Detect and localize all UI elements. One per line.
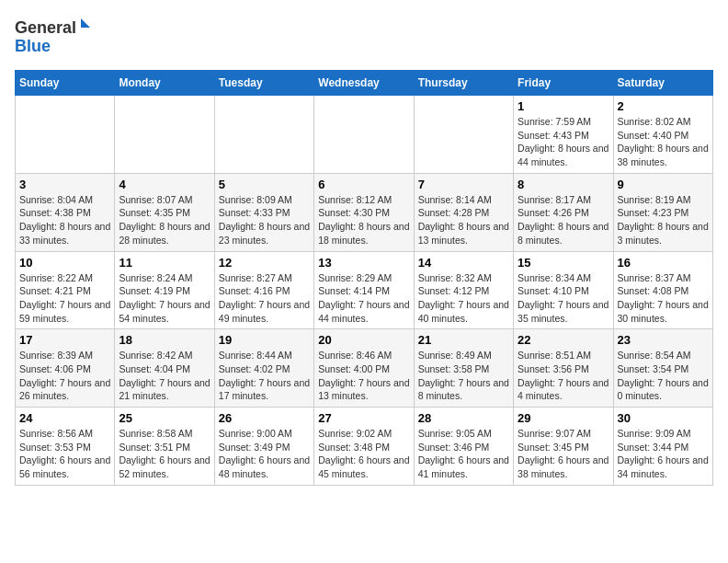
calendar-week-3: 10Sunrise: 8:22 AM Sunset: 4:21 PM Dayli… — [16, 251, 713, 329]
calendar-cell: 11Sunrise: 8:24 AM Sunset: 4:19 PM Dayli… — [115, 251, 214, 329]
day-info: Sunrise: 8:42 AM Sunset: 4:04 PM Dayligh… — [119, 349, 210, 403]
calendar-cell: 6Sunrise: 8:12 AM Sunset: 4:30 PM Daylig… — [314, 173, 414, 251]
calendar-table: SundayMondayTuesdayWednesdayThursdayFrid… — [15, 70, 713, 486]
day-number: 26 — [219, 411, 310, 425]
day-number: 29 — [518, 411, 609, 425]
day-number: 19 — [219, 333, 310, 347]
day-info: Sunrise: 8:12 AM Sunset: 4:30 PM Dayligh… — [318, 193, 409, 247]
day-info: Sunrise: 8:51 AM Sunset: 3:56 PM Dayligh… — [518, 349, 609, 403]
calendar-cell: 28Sunrise: 9:05 AM Sunset: 3:46 PM Dayli… — [414, 408, 513, 486]
calendar-cell: 12Sunrise: 8:27 AM Sunset: 4:16 PM Dayli… — [214, 251, 313, 329]
day-info: Sunrise: 9:07 AM Sunset: 3:45 PM Dayligh… — [518, 427, 609, 481]
calendar-cell: 24Sunrise: 8:56 AM Sunset: 3:53 PM Dayli… — [16, 408, 115, 486]
day-number: 6 — [318, 178, 409, 191]
calendar-cell: 2Sunrise: 8:02 AM Sunset: 4:40 PM Daylig… — [613, 96, 712, 174]
calendar-cell: 23Sunrise: 8:54 AM Sunset: 3:54 PM Dayli… — [613, 329, 712, 408]
calendar-cell: 16Sunrise: 8:37 AM Sunset: 4:08 PM Dayli… — [613, 251, 712, 329]
calendar-week-5: 24Sunrise: 8:56 AM Sunset: 3:53 PM Dayli… — [16, 408, 713, 486]
calendar-cell — [115, 96, 214, 174]
calendar-cell: 17Sunrise: 8:39 AM Sunset: 4:06 PM Dayli… — [16, 329, 115, 408]
day-info: Sunrise: 8:58 AM Sunset: 3:51 PM Dayligh… — [119, 427, 210, 481]
calendar-cell: 8Sunrise: 8:17 AM Sunset: 4:26 PM Daylig… — [514, 173, 613, 251]
calendar-cell: 13Sunrise: 8:29 AM Sunset: 4:14 PM Dayli… — [314, 251, 414, 329]
weekday-header-monday: Monday — [115, 71, 214, 96]
calendar-cell: 19Sunrise: 8:44 AM Sunset: 4:02 PM Dayli… — [214, 329, 313, 408]
day-info: Sunrise: 8:22 AM Sunset: 4:21 PM Dayligh… — [19, 271, 110, 326]
day-info: Sunrise: 8:24 AM Sunset: 4:19 PM Dayligh… — [119, 271, 210, 326]
calendar-cell: 5Sunrise: 8:09 AM Sunset: 4:33 PM Daylig… — [214, 173, 313, 251]
calendar-cell: 21Sunrise: 8:49 AM Sunset: 3:58 PM Dayli… — [414, 329, 513, 408]
calendar-week-1: 1Sunrise: 7:59 AM Sunset: 4:43 PM Daylig… — [16, 96, 713, 174]
day-number: 16 — [618, 256, 709, 270]
day-number: 13 — [318, 256, 409, 270]
weekday-row: SundayMondayTuesdayWednesdayThursdayFrid… — [16, 71, 713, 96]
weekday-header-thursday: Thursday — [414, 71, 513, 96]
day-number: 25 — [119, 411, 210, 425]
calendar-week-2: 3Sunrise: 8:04 AM Sunset: 4:38 PM Daylig… — [16, 173, 713, 251]
svg-text:General: General — [15, 18, 76, 37]
calendar-cell: 20Sunrise: 8:46 AM Sunset: 4:00 PM Dayli… — [314, 329, 414, 408]
svg-text:Blue: Blue — [15, 37, 51, 55]
day-info: Sunrise: 9:00 AM Sunset: 3:49 PM Dayligh… — [219, 427, 310, 481]
day-number: 30 — [618, 411, 709, 425]
weekday-header-sunday: Sunday — [16, 71, 115, 96]
day-info: Sunrise: 8:32 AM Sunset: 4:12 PM Dayligh… — [418, 271, 509, 326]
calendar-cell — [314, 96, 414, 174]
calendar-cell: 15Sunrise: 8:34 AM Sunset: 4:10 PM Dayli… — [514, 251, 613, 329]
calendar-cell: 25Sunrise: 8:58 AM Sunset: 3:51 PM Dayli… — [115, 408, 214, 486]
day-info: Sunrise: 8:37 AM Sunset: 4:08 PM Dayligh… — [618, 271, 709, 326]
day-info: Sunrise: 8:02 AM Sunset: 4:40 PM Dayligh… — [618, 115, 709, 169]
day-number: 1 — [518, 99, 609, 113]
calendar-cell — [16, 96, 115, 174]
day-number: 23 — [618, 333, 709, 347]
day-info: Sunrise: 8:27 AM Sunset: 4:16 PM Dayligh… — [219, 271, 310, 326]
calendar-cell: 10Sunrise: 8:22 AM Sunset: 4:21 PM Dayli… — [16, 251, 115, 329]
calendar-cell: 4Sunrise: 8:07 AM Sunset: 4:35 PM Daylig… — [115, 173, 214, 251]
header: GeneralBlue — [15, 15, 713, 59]
calendar-cell: 18Sunrise: 8:42 AM Sunset: 4:04 PM Dayli… — [115, 329, 214, 408]
day-number: 8 — [518, 178, 609, 191]
calendar-week-4: 17Sunrise: 8:39 AM Sunset: 4:06 PM Dayli… — [16, 329, 713, 408]
day-info: Sunrise: 8:07 AM Sunset: 4:35 PM Dayligh… — [119, 193, 210, 247]
day-info: Sunrise: 8:46 AM Sunset: 4:00 PM Dayligh… — [318, 349, 409, 403]
logo: GeneralBlue — [15, 15, 97, 59]
calendar-cell — [414, 96, 513, 174]
day-number: 22 — [518, 333, 609, 347]
logo-svg: GeneralBlue — [15, 15, 97, 59]
calendar-cell: 22Sunrise: 8:51 AM Sunset: 3:56 PM Dayli… — [514, 329, 613, 408]
calendar-header: SundayMondayTuesdayWednesdayThursdayFrid… — [16, 71, 713, 96]
day-number: 7 — [418, 178, 509, 191]
weekday-header-wednesday: Wednesday — [314, 71, 414, 96]
calendar-cell — [214, 96, 313, 174]
day-info: Sunrise: 8:34 AM Sunset: 4:10 PM Dayligh… — [518, 271, 609, 326]
day-number: 10 — [19, 256, 110, 270]
calendar-body: 1Sunrise: 7:59 AM Sunset: 4:43 PM Daylig… — [16, 96, 713, 486]
day-info: Sunrise: 8:19 AM Sunset: 4:23 PM Dayligh… — [618, 193, 709, 247]
calendar-cell: 30Sunrise: 9:09 AM Sunset: 3:44 PM Dayli… — [613, 408, 712, 486]
day-number: 2 — [618, 99, 709, 113]
calendar-cell: 29Sunrise: 9:07 AM Sunset: 3:45 PM Dayli… — [514, 408, 613, 486]
day-number: 14 — [418, 256, 509, 270]
day-number: 21 — [418, 333, 509, 347]
day-number: 27 — [318, 411, 409, 425]
day-number: 20 — [318, 333, 409, 347]
day-number: 17 — [19, 333, 110, 347]
day-number: 12 — [219, 256, 310, 270]
weekday-header-saturday: Saturday — [613, 71, 712, 96]
day-info: Sunrise: 9:05 AM Sunset: 3:46 PM Dayligh… — [418, 427, 509, 481]
day-info: Sunrise: 9:09 AM Sunset: 3:44 PM Dayligh… — [618, 427, 709, 481]
day-number: 15 — [518, 256, 609, 270]
day-info: Sunrise: 8:44 AM Sunset: 4:02 PM Dayligh… — [219, 349, 310, 403]
day-number: 5 — [219, 178, 310, 191]
day-info: Sunrise: 8:54 AM Sunset: 3:54 PM Dayligh… — [618, 349, 709, 403]
day-number: 24 — [19, 411, 110, 425]
calendar-cell: 3Sunrise: 8:04 AM Sunset: 4:38 PM Daylig… — [16, 173, 115, 251]
calendar-cell: 1Sunrise: 7:59 AM Sunset: 4:43 PM Daylig… — [514, 96, 613, 174]
weekday-header-tuesday: Tuesday — [214, 71, 313, 96]
day-info: Sunrise: 8:14 AM Sunset: 4:28 PM Dayligh… — [418, 193, 509, 247]
day-number: 4 — [119, 178, 210, 191]
day-info: Sunrise: 8:17 AM Sunset: 4:26 PM Dayligh… — [518, 193, 609, 247]
day-info: Sunrise: 8:09 AM Sunset: 4:33 PM Dayligh… — [219, 193, 310, 247]
day-info: Sunrise: 8:49 AM Sunset: 3:58 PM Dayligh… — [418, 349, 509, 403]
day-number: 18 — [119, 333, 210, 347]
